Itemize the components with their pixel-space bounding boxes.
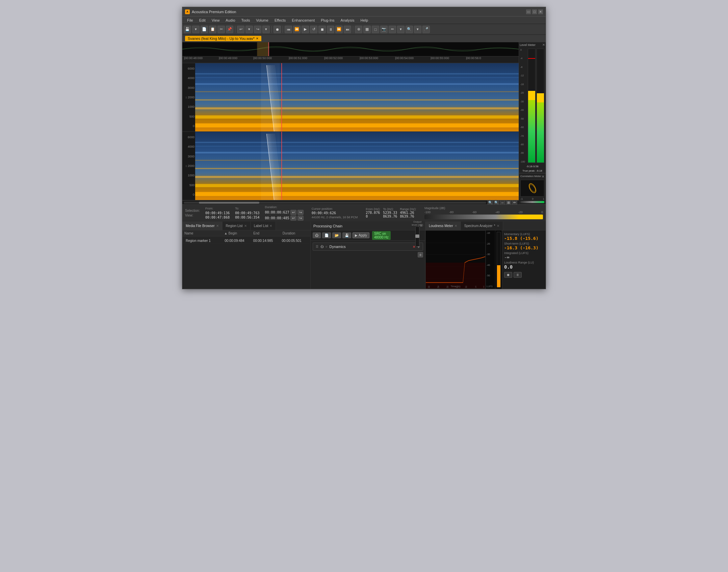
dynamics-power[interactable]: ⏻ — [320, 245, 323, 248]
track-tab-item[interactable]: Svanes (feat King Milo) - Up to You.wav*… — [185, 36, 261, 41]
menu-tools[interactable]: Tools — [239, 18, 253, 23]
dynamics-analyze[interactable]: ○ — [326, 245, 327, 248]
correlation-close[interactable]: ✕ — [542, 175, 544, 178]
toolbar-zoom[interactable]: 🔍 — [406, 26, 413, 33]
scroll-track[interactable] — [184, 202, 486, 204]
menu-plugins[interactable]: Plug-Ins — [318, 18, 337, 23]
menu-effects[interactable]: Effects — [272, 18, 288, 23]
toolbar-redo[interactable]: ↪ — [254, 26, 261, 33]
menu-file[interactable]: File — [184, 18, 196, 23]
toolbar-start[interactable]: ⏮ — [285, 26, 292, 33]
spectrogram-track-top[interactable]: 6000 4000 3000 ↕ 2000 1000 500 0 — [182, 63, 519, 132]
freq-labels-top: 6000 4000 3000 ↕ 2000 1000 500 0 — [182, 63, 195, 131]
tab-region-list[interactable]: Region List ✕ — [223, 222, 251, 230]
proc-save-btn[interactable]: 💾 — [342, 232, 351, 238]
table-row[interactable]: Region marker 1 00:00:09:484 00:00:14:98… — [184, 238, 309, 244]
add-plugin-btn[interactable]: + — [418, 252, 423, 257]
region-list-close[interactable]: ✕ — [244, 224, 247, 228]
toolbar-ffwd[interactable]: ⏩ — [335, 26, 343, 33]
output-fader-track[interactable] — [415, 226, 419, 247]
toolbar-pause[interactable]: ⏸ — [327, 26, 334, 33]
scroll-thumb[interactable] — [199, 202, 259, 204]
toolbar-pen[interactable]: ✏ — [389, 26, 396, 33]
toolbar-save[interactable]: 💾 — [184, 26, 191, 33]
loudness-pause-btn[interactable]: ⏸ — [514, 272, 522, 278]
toolbar-marker[interactable]: 📷 — [380, 26, 388, 33]
zoom-out-btn[interactable]: 🔍 — [488, 200, 493, 205]
loudness-meter-close[interactable]: ✕ — [454, 224, 457, 228]
menu-analysis[interactable]: Analysis — [338, 18, 357, 23]
menu-help[interactable]: Help — [358, 18, 371, 23]
close-button[interactable]: ✕ — [538, 9, 543, 14]
loudness-record-btn[interactable]: ⏺ — [504, 272, 512, 278]
proc-apply-btn[interactable]: ▶ Apply — [353, 232, 369, 238]
toolbar-loop[interactable]: ↺ — [310, 26, 317, 33]
toolbar-open[interactable]: ▾ — [192, 26, 200, 33]
zoom-in-btn[interactable]: 🔍 — [494, 200, 499, 205]
toolbar-stop[interactable]: ⏹ — [318, 26, 326, 33]
toolbar-rewind[interactable]: ⏪ — [293, 26, 301, 33]
toolbar-play[interactable]: ▶ — [302, 26, 309, 33]
zoom-sel-btn[interactable]: ⊞ — [506, 200, 511, 205]
toolbar-end[interactable]: ⏭ — [344, 26, 351, 33]
sel-to-value: 00:00:49:763 — [235, 211, 259, 215]
label-list-close[interactable]: ✕ — [269, 224, 272, 228]
tab-loudness-meter[interactable]: Loudness Meter ✕ — [425, 222, 461, 230]
menu-enhancement[interactable]: Enhancement — [289, 18, 317, 23]
tab-label-list[interactable]: Label List ✕ — [251, 222, 276, 230]
view-undo-btn[interactable]: ↩ — [290, 216, 296, 221]
menu-volume[interactable]: Volume — [253, 18, 271, 23]
menu-edit[interactable]: Edit — [197, 18, 208, 23]
freq-label-500-bot: 500 — [183, 183, 194, 187]
proc-power-btn[interactable]: ⏻ — [313, 232, 321, 238]
svg-text:-20: -20 — [446, 285, 448, 289]
minimize-button[interactable]: — — [526, 9, 531, 14]
toolbar-pencil-dropdown[interactable]: ▾ — [397, 26, 405, 33]
toolbar-cut[interactable]: ✂ — [217, 26, 225, 33]
spectrum-analyzer-close[interactable]: ✕ — [497, 224, 499, 228]
window-controls[interactable]: — □ ✕ — [526, 9, 543, 14]
proc-new-btn[interactable]: 📄 — [322, 232, 331, 238]
level-meter-close[interactable]: ✕ — [542, 43, 545, 47]
zoom-extra[interactable]: ✏ — [512, 200, 517, 205]
freq-to-label: To (Hz): — [383, 207, 397, 211]
toolbar-paste[interactable]: 📌 — [226, 26, 233, 33]
toolbar-new[interactable]: 📄 — [201, 26, 208, 33]
toolbar-redo-dropdown[interactable]: ▾ — [262, 26, 270, 33]
menu-view[interactable]: View — [209, 18, 223, 23]
toolbar-record[interactable]: ⏺ — [274, 26, 281, 33]
sel-undo-btn[interactable]: ↩ — [290, 210, 296, 215]
toolbar-undo[interactable]: ↩ — [237, 26, 244, 33]
tab-spectrum-analyzer[interactable]: Spectrum Analyzer * ✕ — [461, 222, 503, 230]
menu-audio[interactable]: Audio — [223, 18, 238, 23]
toolbar-snap[interactable]: □ — [372, 26, 379, 33]
toolbar-copy[interactable]: 📋 — [209, 26, 216, 33]
dynamics-chain-item[interactable]: ☰ ⏻ ○ Dynamics ✕ + — [313, 243, 423, 251]
waveform-overview[interactable] — [182, 42, 519, 56]
meter-scale-70: -70 — [520, 135, 526, 137]
magnitude-scale: -100 -80 -60 -40 -20 0 — [424, 210, 543, 214]
toolbar-mix[interactable]: ⊕ — [355, 26, 362, 33]
toolbar-grid[interactable]: ▦ — [363, 26, 371, 33]
toolbar-mic[interactable]: 🎤 — [422, 26, 430, 33]
ruler-mark-2: |00:00:50:000 — [253, 56, 272, 60]
sel-redo-btn[interactable]: ↪ — [297, 210, 304, 215]
zoom-fit-btn[interactable]: ↔ — [500, 200, 505, 205]
timeline-ruler[interactable]: |00:00:48:000 |00:00:49:000 |00:00:50:00… — [182, 56, 519, 63]
view-redo-btn[interactable]: ↪ — [297, 216, 304, 221]
toolbar-zoom-dropdown[interactable]: ▾ — [414, 26, 421, 33]
tab-media-browser[interactable]: Media File Browser ✕ — [182, 222, 223, 230]
svg-text:-5: -5 — [475, 285, 476, 289]
view-dur-value: 00:00:08:485 — [265, 216, 289, 220]
track-tab-close[interactable]: ✕ — [256, 37, 259, 40]
toolbar-undo-dropdown[interactable]: ▾ — [245, 26, 253, 33]
scroll-area[interactable]: 🔍 🔍 ↔ ⊞ ✏ — [182, 200, 519, 204]
toolbar-sep1 — [235, 26, 235, 33]
dynamics-remove[interactable]: ✕ — [413, 245, 415, 249]
proc-open-btn[interactable]: 📂 — [332, 232, 341, 238]
spectrogram-track-bottom[interactable]: 6000 4000 3000 ↕ 2000 1000 500 0 — [182, 132, 519, 200]
toolbar-sep4 — [353, 26, 353, 33]
media-browser-close[interactable]: ✕ — [216, 224, 219, 228]
loudness-controls: ⏺ ⏸ — [504, 272, 544, 278]
maximize-button[interactable]: □ — [532, 9, 537, 14]
